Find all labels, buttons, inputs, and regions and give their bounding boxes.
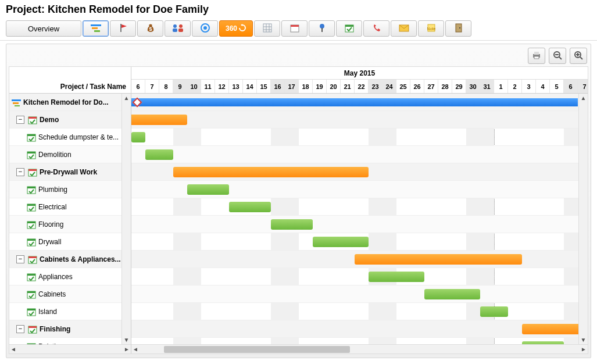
day-cell: 28 [438, 80, 452, 94]
task-row[interactable]: Drywall [9, 233, 131, 251]
day-cell: 8 [159, 80, 173, 94]
task-bar[interactable] [145, 149, 173, 160]
360-label: 360 [226, 24, 237, 33]
svg-rect-53 [27, 222, 35, 223]
task-name-label: Pre-Drywall Work [40, 168, 97, 176]
task-row[interactable]: Flooring [9, 216, 131, 233]
gantt-tab-button[interactable] [83, 20, 109, 37]
project-bar[interactable] [131, 98, 578, 106]
360-button[interactable]: 360 [219, 20, 253, 37]
scroll-up-icon[interactable]: ▲ [124, 95, 130, 101]
team-button[interactable] [165, 20, 191, 37]
task-row[interactable]: Cabinets [9, 286, 131, 303]
task-bar[interactable] [271, 219, 313, 230]
chart-vscroll[interactable]: ▲ ▼ [578, 94, 588, 344]
task-row[interactable]: Electrical [9, 198, 131, 216]
task-bar[interactable] [187, 184, 229, 195]
hscroll-track[interactable] [146, 346, 573, 353]
panel-toolbar [528, 48, 587, 64]
task-bar[interactable] [424, 289, 480, 299]
scroll-down-icon[interactable]: ▼ [124, 337, 130, 343]
phone-icon [373, 24, 381, 34]
task-row[interactable]: Plumbing [9, 181, 131, 198]
calendar-button[interactable] [281, 20, 308, 37]
task-list-panel: Project / Task Name Kitchen Remodel for … [9, 67, 131, 354]
task-row[interactable]: −Demo [9, 111, 131, 129]
exit-button[interactable] [445, 20, 471, 37]
svg-rect-59 [27, 274, 35, 276]
task-bar[interactable] [131, 132, 145, 142]
chart-hscroll[interactable]: ◄ ► [131, 344, 588, 354]
group-icon [28, 255, 37, 264]
zoom-out-button[interactable] [549, 48, 566, 64]
task-row[interactable]: Island [9, 303, 131, 320]
day-cell: 2 [508, 80, 522, 94]
day-cell: 17 [285, 80, 299, 94]
task-bar[interactable] [229, 202, 271, 212]
task-bar[interactable] [369, 272, 424, 282]
task-row[interactable]: −Pre-Drywall Work [9, 163, 131, 181]
task-bar[interactable] [313, 237, 369, 247]
hscroll-thumb[interactable] [164, 346, 350, 353]
chart-row [131, 181, 588, 198]
task-row[interactable]: Painting [9, 338, 131, 344]
task-row[interactable]: −Cabinets & Appliances... [9, 251, 131, 268]
overview-button[interactable]: Overview [6, 20, 81, 37]
task-row[interactable]: Kitchen Remodel for Do... [9, 94, 131, 111]
print-button[interactable] [528, 48, 545, 64]
task-icon [27, 220, 36, 229]
collapse-toggle[interactable]: − [16, 255, 24, 263]
day-cell: 12 [215, 80, 229, 94]
notes-button[interactable]: Note [418, 20, 444, 37]
task-name-label: Drywall [38, 238, 61, 246]
scroll-up-icon[interactable]: ▲ [581, 95, 587, 101]
flag-icon [119, 23, 128, 34]
task-list-header: Project / Task Name [9, 67, 131, 94]
task-bar[interactable] [480, 306, 508, 317]
svg-point-26 [459, 27, 460, 28]
task-name-label: Plumbing [38, 185, 67, 194]
task-row[interactable]: Demolition [9, 146, 131, 163]
chart-row [131, 233, 588, 251]
scroll-left-icon[interactable]: ◄ [133, 346, 138, 352]
group-bar[interactable] [131, 115, 187, 125]
schedule-button[interactable] [336, 20, 362, 37]
group-icon [28, 167, 37, 177]
chart-area[interactable] [131, 94, 588, 344]
mail-button[interactable] [391, 20, 417, 37]
task-list-hscroll[interactable]: ◄ ► [9, 344, 131, 354]
scroll-right-icon[interactable]: ► [124, 346, 130, 352]
collapse-toggle[interactable]: − [16, 116, 24, 124]
task-row[interactable]: Appliances [9, 268, 131, 286]
budget-button[interactable]: $ [137, 20, 163, 37]
zoom-in-button[interactable] [570, 48, 587, 64]
scroll-down-icon[interactable]: ▼ [581, 337, 587, 343]
task-icon [27, 290, 36, 299]
task-row[interactable]: −Finishing [9, 320, 131, 338]
task-list-vscroll[interactable]: ▲ ▼ [121, 94, 131, 344]
day-cell: 31 [480, 80, 494, 94]
grid-button[interactable] [254, 20, 280, 37]
pin-button[interactable] [309, 20, 335, 37]
group-bar[interactable] [355, 254, 522, 265]
svg-rect-3 [120, 24, 121, 32]
collapse-toggle[interactable]: − [16, 325, 24, 333]
scroll-left-icon[interactable]: ◄ [10, 346, 16, 352]
task-name-label: Cabinets [38, 290, 66, 298]
pin-icon [318, 23, 326, 34]
collapse-toggle[interactable]: − [16, 168, 24, 176]
call-button[interactable] [363, 20, 389, 37]
check-calendar-icon [345, 23, 354, 34]
svg-point-6 [179, 24, 183, 28]
gantt-panel: Project / Task Name Kitchen Remodel for … [6, 44, 591, 358]
flag-button[interactable] [110, 20, 136, 37]
target-button[interactable] [192, 20, 218, 37]
scroll-right-icon[interactable]: ► [581, 346, 587, 352]
svg-rect-63 [27, 309, 35, 311]
day-cell: 19 [313, 80, 327, 94]
group-bar[interactable] [173, 167, 369, 177]
day-cell: 5 [550, 80, 564, 94]
task-name-label: Cabinets & Appliances... [40, 255, 121, 263]
chart-row [131, 268, 588, 286]
task-row[interactable]: Schedule dumpster & te... [9, 129, 131, 146]
